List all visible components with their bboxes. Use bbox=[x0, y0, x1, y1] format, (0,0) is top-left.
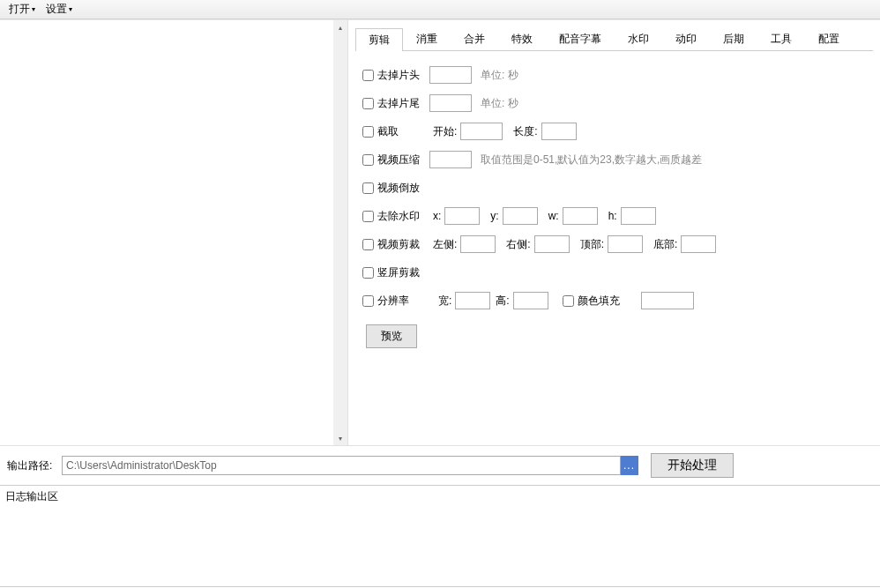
checkbox-reverse[interactable] bbox=[362, 182, 374, 194]
hint-unit-sec: 单位: 秒 bbox=[481, 68, 518, 83]
label-color-fill: 颜色填充 bbox=[578, 294, 620, 309]
input-height[interactable] bbox=[513, 292, 548, 309]
checkbox-trim-head[interactable] bbox=[362, 70, 374, 81]
tab-bar: 剪辑 消重 合并 特效 配音字幕 水印 动印 后期 工具 配置 bbox=[355, 27, 873, 51]
checkbox-trim-tail[interactable] bbox=[362, 98, 374, 109]
menu-settings[interactable]: 设置 ▾ bbox=[41, 0, 78, 19]
input-top[interactable] bbox=[608, 235, 643, 253]
menu-open-label: 打开 bbox=[9, 2, 30, 17]
tab-effects[interactable]: 特效 bbox=[498, 27, 546, 50]
input-color-fill[interactable] bbox=[641, 292, 694, 309]
row-trim-tail: 去掉片尾 单位: 秒 bbox=[362, 93, 866, 113]
browse-button[interactable]: ... bbox=[621, 456, 638, 475]
log-output-area: 日志输出区 bbox=[0, 485, 880, 587]
bottom-rows: 输出路径: ... 开始处理 日志输出区 bbox=[0, 445, 880, 587]
label-right: 右侧: bbox=[506, 237, 530, 252]
dropdown-icon: ▾ bbox=[32, 5, 35, 13]
label-y: y: bbox=[490, 210, 498, 222]
input-start[interactable] bbox=[460, 123, 503, 140]
label-start: 开始: bbox=[433, 124, 457, 139]
label-rm-watermark: 去除水印 bbox=[377, 209, 420, 224]
scroll-up-icon[interactable]: ▴ bbox=[333, 20, 347, 34]
label-bottom: 底部: bbox=[653, 237, 677, 252]
row-compress: 视频压缩 取值范围是0-51,默认值为23,数字越大,画质越差 bbox=[362, 150, 866, 169]
menubar: 打开 ▾ 设置 ▾ bbox=[0, 0, 880, 19]
left-pane: ▴ ▾ bbox=[0, 20, 348, 445]
label-compress: 视频压缩 bbox=[377, 153, 420, 167]
main-area: ▴ ▾ 剪辑 消重 合并 特效 配音字幕 水印 动印 后期 工具 配置 去掉片头… bbox=[0, 19, 880, 445]
tab-movemark[interactable]: 动印 bbox=[662, 27, 710, 50]
row-vertical-crop: 竖屏剪裁 bbox=[362, 263, 866, 282]
row-rm-watermark: 去除水印 x: y: w: h: bbox=[362, 206, 866, 226]
label-h: h: bbox=[608, 210, 617, 222]
label-width: 宽: bbox=[438, 294, 451, 309]
input-bottom[interactable] bbox=[681, 235, 716, 253]
label-reverse: 视频倒放 bbox=[377, 181, 420, 196]
checkbox-crop[interactable] bbox=[362, 239, 374, 250]
label-resolution: 分辨率 bbox=[377, 294, 409, 309]
input-h[interactable] bbox=[621, 207, 656, 225]
checkbox-compress[interactable] bbox=[362, 154, 374, 166]
menu-open[interactable]: 打开 ▾ bbox=[4, 0, 41, 19]
checkbox-cut[interactable] bbox=[362, 126, 374, 138]
row-resolution: 分辨率 宽: 高: 颜色填充 bbox=[362, 291, 866, 310]
label-w: w: bbox=[548, 210, 559, 222]
tab-content: 去掉片头 单位: 秒 去掉片尾 单位: 秒 截取 开始: bbox=[355, 51, 873, 364]
tab-dub-sub[interactable]: 配音字幕 bbox=[546, 27, 615, 50]
tab-tools[interactable]: 工具 bbox=[757, 27, 805, 50]
input-width[interactable] bbox=[455, 292, 490, 309]
output-path-input[interactable] bbox=[62, 456, 621, 475]
checkbox-resolution[interactable] bbox=[362, 295, 374, 307]
checkbox-rm-watermark[interactable] bbox=[362, 211, 374, 222]
menu-settings-label: 设置 bbox=[46, 2, 67, 17]
input-trim-head[interactable] bbox=[429, 66, 472, 84]
label-trim-head: 去掉片头 bbox=[377, 68, 420, 83]
label-height: 高: bbox=[496, 294, 509, 309]
row-cut: 截取 开始: 长度: bbox=[362, 122, 866, 141]
input-trim-tail[interactable] bbox=[429, 94, 472, 112]
label-crop: 视频剪裁 bbox=[377, 237, 420, 252]
input-compress[interactable] bbox=[429, 151, 472, 168]
label-top: 顶部: bbox=[580, 237, 604, 252]
dropdown-icon: ▾ bbox=[69, 5, 72, 13]
tab-post[interactable]: 后期 bbox=[710, 27, 757, 50]
input-left[interactable] bbox=[460, 235, 496, 253]
input-length[interactable] bbox=[541, 123, 577, 140]
hint-compress: 取值范围是0-51,默认值为23,数字越大,画质越差 bbox=[481, 153, 702, 167]
tab-merge[interactable]: 合并 bbox=[451, 27, 498, 50]
label-left: 左侧: bbox=[433, 237, 457, 252]
scroll-down-icon[interactable]: ▾ bbox=[333, 431, 347, 445]
label-cut: 截取 bbox=[377, 124, 399, 139]
checkbox-vertical-crop[interactable] bbox=[362, 267, 374, 279]
preview-button[interactable]: 预览 bbox=[366, 324, 417, 348]
row-preview: 预览 bbox=[362, 324, 866, 348]
right-pane: 剪辑 消重 合并 特效 配音字幕 水印 动印 后期 工具 配置 去掉片头 单位:… bbox=[348, 20, 880, 445]
tab-dedup[interactable]: 消重 bbox=[403, 27, 451, 50]
log-label: 日志输出区 bbox=[5, 490, 58, 502]
output-row: 输出路径: ... 开始处理 bbox=[0, 446, 880, 485]
input-x[interactable] bbox=[444, 207, 480, 225]
left-scrollbar[interactable]: ▴ ▾ bbox=[333, 20, 347, 445]
row-reverse: 视频倒放 bbox=[362, 178, 866, 197]
start-button[interactable]: 开始处理 bbox=[651, 453, 734, 478]
label-x: x: bbox=[433, 210, 441, 222]
row-trim-head: 去掉片头 单位: 秒 bbox=[362, 65, 866, 85]
label-length: 长度: bbox=[513, 124, 537, 139]
tab-config[interactable]: 配置 bbox=[805, 27, 853, 50]
row-crop: 视频剪裁 左侧: 右侧: 顶部: 底部: bbox=[362, 234, 866, 254]
input-w[interactable] bbox=[563, 207, 598, 225]
tab-edit[interactable]: 剪辑 bbox=[355, 28, 403, 51]
output-path-label: 输出路径: bbox=[7, 458, 56, 473]
input-right[interactable] bbox=[534, 235, 570, 253]
label-trim-tail: 去掉片尾 bbox=[377, 96, 420, 111]
label-vertical-crop: 竖屏剪裁 bbox=[377, 265, 420, 280]
checkbox-color-fill[interactable] bbox=[563, 295, 574, 307]
hint-unit-sec2: 单位: 秒 bbox=[481, 96, 518, 111]
tab-watermark[interactable]: 水印 bbox=[615, 27, 662, 50]
input-y[interactable] bbox=[503, 207, 538, 225]
